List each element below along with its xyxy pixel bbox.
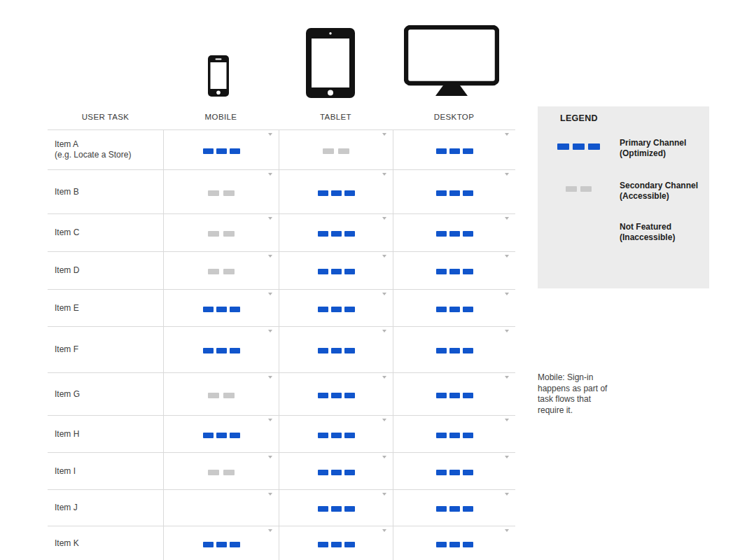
legend-item-label: Not Featured <box>620 222 675 232</box>
channel-dash <box>230 148 240 154</box>
cell-user-task: Item H <box>48 416 163 452</box>
cell-desktop-channel[interactable] <box>393 327 515 372</box>
cell-desktop-channel[interactable] <box>393 290 515 326</box>
row-label: Item I <box>55 466 163 477</box>
cell-tablet-channel[interactable] <box>279 373 393 415</box>
cell-mobile-channel[interactable] <box>163 290 279 326</box>
channel-dash <box>318 542 328 547</box>
channel-dash <box>223 231 235 237</box>
cell-mobile-channel[interactable] <box>163 453 279 489</box>
channel-dash <box>436 231 447 237</box>
cell-tablet-channel[interactable] <box>279 526 393 560</box>
row-label: Item K <box>55 538 163 549</box>
table-row: Item F <box>48 326 515 372</box>
chevron-down-icon <box>505 217 509 220</box>
channel-dash <box>338 148 349 154</box>
task-table-body: Item A (e.g. Locate a Store) Item B <box>48 130 515 560</box>
cell-tablet-channel[interactable] <box>279 290 393 326</box>
chevron-down-icon <box>505 330 509 332</box>
chevron-down-icon <box>268 456 272 458</box>
chevron-down-icon <box>505 419 509 421</box>
channel-dashes <box>208 393 235 398</box>
channel-dashes <box>208 190 235 196</box>
chevron-down-icon <box>382 255 386 258</box>
cell-mobile-channel[interactable] <box>163 526 279 560</box>
chevron-down-icon <box>382 330 386 332</box>
cell-desktop-channel[interactable] <box>393 416 515 452</box>
channel-dash <box>318 433 328 438</box>
channel-dashes <box>318 348 355 354</box>
legend-panel: LEGEND Primary Channel (Optimized) Secon… <box>538 106 709 288</box>
chevron-down-icon <box>505 529 509 532</box>
legend-item: Primary Channel (Optimized) <box>538 138 709 160</box>
channel-dashes <box>323 148 349 154</box>
cell-mobile-channel[interactable] <box>163 416 279 452</box>
channel-dash <box>463 269 473 274</box>
chevron-down-icon <box>382 133 386 136</box>
cell-tablet-channel[interactable] <box>279 453 393 489</box>
cell-mobile-channel[interactable] <box>163 252 279 289</box>
chevron-down-icon <box>268 255 272 258</box>
channel-dash <box>230 542 240 547</box>
channel-dash <box>580 186 592 192</box>
cell-user-task: Item J <box>48 490 163 526</box>
cell-mobile-channel[interactable] <box>163 170 279 214</box>
channel-dashes <box>318 190 355 196</box>
cell-tablet-channel[interactable] <box>279 416 393 452</box>
channel-dash <box>208 190 219 196</box>
cell-desktop-channel[interactable] <box>393 130 515 169</box>
channel-dash <box>331 348 342 354</box>
channel-dash <box>449 269 460 274</box>
cell-desktop-channel[interactable] <box>393 214 515 251</box>
channel-dash <box>344 190 355 196</box>
chevron-down-icon <box>268 217 272 220</box>
channel-dash <box>331 231 342 237</box>
table-row: Item K <box>48 526 515 560</box>
cell-desktop-channel[interactable] <box>393 526 515 560</box>
cell-mobile-channel[interactable] <box>163 327 279 372</box>
cell-mobile-channel[interactable] <box>163 214 279 251</box>
channel-dash <box>463 433 473 438</box>
channel-dash <box>463 542 473 547</box>
cell-tablet-channel[interactable] <box>279 214 393 251</box>
channel-dash <box>344 269 355 274</box>
channel-dashes <box>208 269 235 274</box>
chevron-down-icon <box>505 133 509 136</box>
channel-dash <box>318 269 328 274</box>
channel-dash <box>318 307 328 312</box>
channel-dash <box>449 433 460 438</box>
cell-tablet-channel[interactable] <box>279 252 393 289</box>
channel-dash <box>436 190 447 196</box>
channel-dash <box>463 231 473 237</box>
cell-mobile-channel[interactable] <box>163 490 279 526</box>
cell-tablet-channel[interactable] <box>279 327 393 372</box>
chevron-down-icon <box>268 133 272 136</box>
channel-dash <box>566 186 577 192</box>
cell-desktop-channel[interactable] <box>393 252 515 289</box>
cell-desktop-channel[interactable] <box>393 373 515 415</box>
cell-desktop-channel[interactable] <box>393 170 515 214</box>
chevron-down-icon <box>382 376 386 379</box>
channel-dashes <box>436 231 473 237</box>
cell-mobile-channel[interactable] <box>163 373 279 415</box>
channel-dash <box>463 348 473 354</box>
row-label: Item C <box>55 227 163 238</box>
table-row: Item J <box>48 489 515 526</box>
channel-dashes <box>203 348 240 354</box>
channel-dashes <box>436 190 473 196</box>
channel-dash <box>449 470 460 475</box>
channel-dashes <box>318 542 355 547</box>
column-header-desktop: DESKTOP <box>393 113 515 121</box>
channel-dash <box>323 148 334 154</box>
column-header-mobile: MOBILE <box>163 113 279 121</box>
chevron-down-icon <box>268 293 272 295</box>
cell-mobile-channel[interactable] <box>163 130 279 169</box>
channel-dash <box>463 307 473 312</box>
channel-dash <box>203 307 214 312</box>
cell-tablet-channel[interactable] <box>279 130 393 169</box>
cell-desktop-channel[interactable] <box>393 453 515 489</box>
cell-tablet-channel[interactable] <box>279 490 393 526</box>
channel-dash <box>331 190 342 196</box>
cell-desktop-channel[interactable] <box>393 490 515 526</box>
cell-tablet-channel[interactable] <box>279 170 393 214</box>
